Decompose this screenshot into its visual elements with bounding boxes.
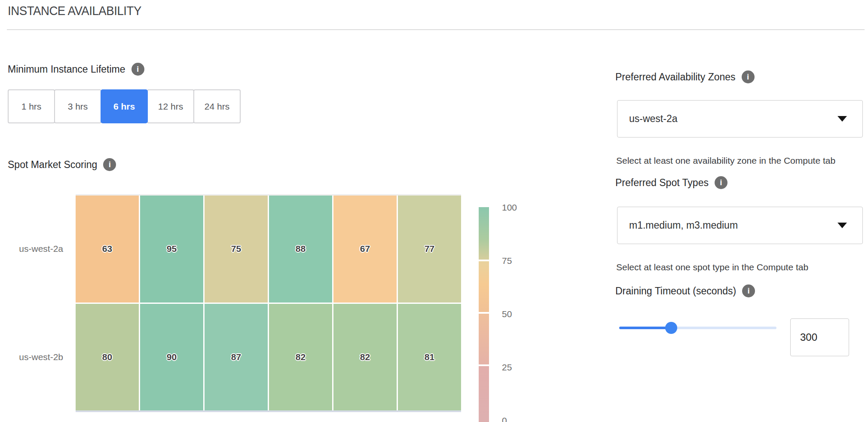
heatmap-cell-value: 82 xyxy=(296,352,306,362)
heatmap-row-label: us-west-2a xyxy=(13,196,63,303)
section-divider xyxy=(7,29,865,30)
info-icon[interactable]: i xyxy=(131,63,144,76)
spot-types-value: m1.medium, m3.medium xyxy=(629,220,837,231)
heatmap-row-label: us-west-2b xyxy=(13,304,63,411)
heatmap-cell-value: 87 xyxy=(231,352,241,362)
heatmap-cell: 77 xyxy=(398,196,461,303)
lifetime-label: Minimum Instance Lifetime xyxy=(8,64,125,75)
heatmap-cell-value: 95 xyxy=(167,244,177,254)
heatmap-cell-value: 88 xyxy=(296,244,306,254)
caret-down-icon xyxy=(837,223,847,228)
availability-zones-value: us-west-2a xyxy=(629,113,837,125)
colorbar-tick-label: 25 xyxy=(502,362,512,373)
colorbar-tick-label: 75 xyxy=(502,256,512,266)
lifetime-option-12-hrs[interactable]: 12 hrs xyxy=(147,89,194,123)
spot-types-helper: Select at least one spot type in the Com… xyxy=(616,262,808,272)
colorbar-segment-0-25 xyxy=(479,366,489,422)
heatmap-cell: 95 xyxy=(140,196,203,303)
heatmap-cell-value: 63 xyxy=(102,244,112,254)
draining-timeout-label: Draining Timeout (seconds) xyxy=(615,285,736,297)
heatmap-cell: 63 xyxy=(76,196,139,303)
heatmap-cell-value: 77 xyxy=(425,244,434,254)
colorbar-segment-25-50 xyxy=(479,314,489,364)
heatmap-cell-value: 75 xyxy=(231,244,241,254)
colorbar-tick-label: 50 xyxy=(502,309,512,319)
heatmap-bottom-border xyxy=(76,410,461,412)
info-icon[interactable]: i xyxy=(103,158,116,171)
heatmap-cell: 67 xyxy=(333,196,397,303)
colorbar-tick-label: 100 xyxy=(502,202,517,213)
page-title: INSTANCE AVAILABILITY xyxy=(8,3,141,18)
scoring-label: Spot Market Scoring xyxy=(8,159,97,171)
info-icon[interactable]: i xyxy=(742,70,755,83)
spot-types-label: Preferred Spot Types xyxy=(615,177,709,189)
lifetime-button-group: 1 hrs3 hrs6 hrs12 hrs24 hrs xyxy=(8,89,240,123)
heatmap-cell: 82 xyxy=(333,304,397,411)
slider-thumb[interactable] xyxy=(665,322,677,334)
lifetime-label-row: Minimum Instance Lifetime i xyxy=(8,63,144,76)
lifetime-option-24-hrs[interactable]: 24 hrs xyxy=(193,89,241,123)
info-icon[interactable]: i xyxy=(742,284,755,297)
availability-zones-select[interactable]: us-west-2a xyxy=(617,100,863,138)
instance-availability-panel: INSTANCE AVAILABILITY Minimum Instance L… xyxy=(0,0,868,422)
heatmap-colorbar: 1007550250 xyxy=(479,207,530,422)
heatmap-cell: 87 xyxy=(205,304,268,411)
lifetime-option-1-hrs[interactable]: 1 hrs xyxy=(8,89,55,123)
availability-zones-label-row: Preferred Availability Zones i xyxy=(615,70,755,83)
info-icon[interactable]: i xyxy=(715,176,727,189)
slider-fill xyxy=(619,327,671,329)
draining-timeout-input[interactable] xyxy=(790,318,849,356)
spot-types-label-row: Preferred Spot Types i xyxy=(615,176,727,189)
heatmap-cell: 80 xyxy=(76,304,139,411)
spot-types-select[interactable]: m1.medium, m3.medium xyxy=(617,207,863,244)
spot-market-heatmap: 639575886777809087828281 xyxy=(76,196,461,410)
scoring-label-row: Spot Market Scoring i xyxy=(8,158,116,171)
draining-timeout-slider[interactable] xyxy=(619,322,776,334)
colorbar-segment-75-100 xyxy=(479,207,489,260)
heatmap-cell: 90 xyxy=(140,304,203,411)
heatmap-cell: 82 xyxy=(269,304,332,411)
caret-down-icon xyxy=(837,116,847,122)
heatmap-cell-value: 90 xyxy=(167,352,177,362)
availability-zones-helper: Select at least one availability zone in… xyxy=(616,156,835,166)
colorbar-segment-50-75 xyxy=(479,261,489,312)
heatmap-cell: 75 xyxy=(205,196,268,303)
heatmap-cell-value: 81 xyxy=(425,352,434,362)
heatmap-cell-value: 82 xyxy=(360,352,370,362)
colorbar-tick-label: 0 xyxy=(502,416,507,422)
lifetime-option-3-hrs[interactable]: 3 hrs xyxy=(54,89,101,123)
draining-timeout-label-row: Draining Timeout (seconds) i xyxy=(615,284,755,297)
heatmap-cell-value: 67 xyxy=(360,244,370,254)
availability-zones-label: Preferred Availability Zones xyxy=(615,71,736,83)
heatmap-cell: 88 xyxy=(269,196,332,303)
heatmap-cell-value: 80 xyxy=(102,352,112,362)
heatmap-cell: 81 xyxy=(398,304,461,411)
heatmap-row-labels: us-west-2aus-west-2b xyxy=(13,196,63,410)
lifetime-option-6-hrs[interactable]: 6 hrs xyxy=(101,89,148,123)
